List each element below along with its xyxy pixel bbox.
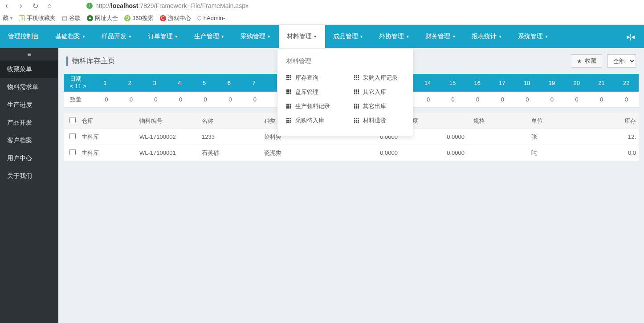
caret-icon: ▼ [452,35,456,39]
sidebar-item-progress[interactable]: 生产进度 [0,96,58,114]
sidebar-item-user[interactable]: 用户中心 [0,149,58,167]
menu-basefile[interactable]: 基础档案▼ [47,25,94,48]
menu-sample[interactable]: 样品开发▼ [94,25,140,48]
menu-purchase[interactable]: 采购管理▼ [232,25,279,48]
hdr-spec: 规格 [473,117,531,125]
day-cell: 19 [539,80,564,86]
back-icon[interactable]: ‹ [3,2,11,10]
address-bar[interactable]: + http://localhost:7829/Framework_File/F… [86,2,249,9]
qty-cell: 0 [119,96,144,103]
menu-report[interactable]: 报表统计▼ [464,25,510,48]
dd-return[interactable]: 材料退货 [345,113,413,128]
menu-product[interactable]: 成品管理▼ [325,25,371,48]
dd-other-in[interactable]: 其它入库 [345,85,413,99]
hdr-width: 宽度 [407,117,473,125]
collapse-icon[interactable]: ▸¦◂ [617,25,644,48]
dd-purchase-wait[interactable]: 采购待入库 [277,113,345,128]
sidebar-item-about[interactable]: 关于我们 [0,167,58,185]
date-label[interactable]: 日期 < 11 > [64,75,93,90]
bookmark-google[interactable]: ▤谷歌 [62,14,81,22]
home-icon[interactable]: ⌂ [45,2,53,10]
hdr-warehouse: 仓库 [82,117,139,125]
grid-icon [354,89,359,95]
cell-unit: 张 [531,133,589,141]
cell-w2: 0.0000 [407,133,473,140]
cell-unit: 吨 [531,149,589,157]
bookmark-games[interactable]: G游戏中心 [160,14,191,22]
cell-name: 1233 [202,133,264,140]
grid-icon [354,104,359,109]
bookmark-sites[interactable]: ●网址大全 [87,14,118,22]
menu-system[interactable]: 系统管理▼ [510,25,556,48]
bookmark-360[interactable]: Q360搜索 [124,14,154,22]
phone-icon: ▯ [19,15,25,21]
refresh-icon[interactable]: ↻ [31,2,39,10]
menu-outsource[interactable]: 外协管理▼ [371,25,417,48]
hamburger-icon[interactable]: ≡ [0,48,58,61]
caret-icon: ▼ [175,35,178,39]
day-cell: 15 [440,80,465,86]
sidebar-item-customer[interactable]: 客户档案 [0,132,58,149]
day-cell: 22 [614,80,639,86]
qty-cell: 0 [143,96,168,103]
sidebar-item-dev[interactable]: 产品开发 [0,114,58,132]
q-icon: Q [197,15,202,21]
day-cell: 18 [514,80,539,86]
menu-console[interactable]: 管理控制台 [0,25,47,48]
row-checkbox[interactable] [69,133,76,139]
dd-stock-query[interactable]: 库存查询 [277,71,345,85]
qty-cell: 0 [416,96,441,103]
qty-cell: 0 [243,96,268,103]
game-icon: G [160,15,166,21]
qty-cell: 0 [515,96,540,103]
globe-icon: ● [87,15,93,21]
browser-nav: ‹ › ↻ ⌂ + http://localhost:7829/Framewor… [0,0,644,12]
grid-icon [286,104,292,109]
sidebar-item-demand[interactable]: 物料需求单 [0,78,58,96]
day-cell: 3 [142,80,167,86]
row-checkbox[interactable] [69,149,76,155]
qty-cell: 0 [168,96,193,103]
hdr-code: 物料编号 [139,117,202,125]
sidebar-item-fav[interactable]: 收藏菜单 [0,61,58,78]
bookmark-mobile[interactable]: ▯手机收藏夹 [19,14,56,22]
day-cell: 6 [217,80,242,86]
caret-icon: ▼ [498,35,502,39]
qty-cell: 0 [540,96,565,103]
day-cell: 14 [415,80,440,86]
qty-cell: 0 [614,96,639,103]
secure-icon: + [86,3,93,9]
grid-icon [354,118,359,123]
qty-cell: 0 [193,96,218,103]
menu-material[interactable]: 材料管理▼ [279,25,325,48]
dd-other-out[interactable]: 其它出库 [345,99,413,113]
day-cell: 5 [192,80,217,86]
select-all-checkbox[interactable] [69,117,76,123]
menu-finance[interactable]: 财务管理▼ [417,25,464,48]
day-cell: 2 [118,80,143,86]
caret-icon: ▼ [128,35,132,39]
cell-name: 石英砂 [202,149,264,157]
caret-icon: ▼ [82,35,86,39]
cell-warehouse: 主料库 [82,149,139,157]
qty-cell: 0 [589,96,614,103]
day-cell: 16 [465,80,490,86]
day-cell: 20 [564,80,589,86]
cell-w2: 0.0000 [407,149,473,156]
hdr-unit: 单位 [531,117,589,125]
page-title: 物料库存主页 [66,57,115,66]
dd-inventory[interactable]: 盘库管理 [277,85,345,99]
favorite-button[interactable]: ★ 收藏 [571,54,602,68]
dd-purchase-in[interactable]: 采购入库记录 [345,71,413,85]
forward-icon[interactable]: › [17,2,25,10]
filter-select[interactable]: 全部 [607,54,636,68]
menu-order[interactable]: 订单管理▼ [140,25,186,48]
bookmark-hadmin[interactable]: QhAdmin- [197,15,225,21]
menu-produce[interactable]: 生产管理▼ [186,25,232,48]
dropdown-title: 材料管理 [277,55,413,71]
bookmark-fav[interactable]: 藏 ▾ [3,14,12,22]
table-row[interactable]: 主料库WL-17100001石英砂瓷泥类0.00000.0000吨0.0 [64,145,639,161]
dd-prod-pick[interactable]: 生产领料记录 [277,99,345,113]
qty-cell: 0 [94,96,119,103]
day-cell: 21 [589,80,614,86]
